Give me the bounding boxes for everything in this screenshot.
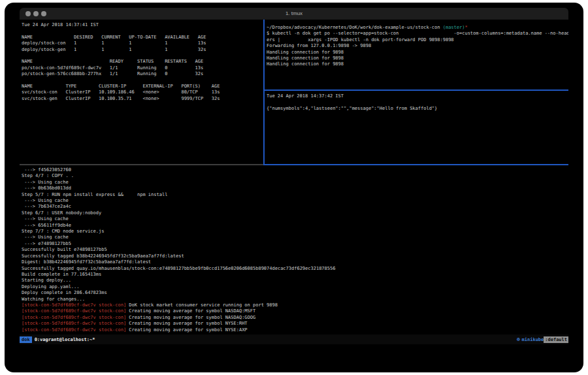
pane-curl-output[interactable]: Tue 24 Apr 2018 14:37:42 IST{"numsymbols… [267, 93, 568, 163]
kube-namespace-badge: :default [544, 336, 568, 343]
terminal-line: NAME READY STATUS RESTARTS AGE [22, 59, 262, 65]
terminal-line: Handling connection for 9898 [267, 56, 568, 61]
terminal-line: $ kubectl -n dok get po --selector=app=s… [267, 31, 568, 37]
pod-log-message: Creating moving average for symbol NYSE:… [129, 327, 247, 333]
status-right: ☸ minikube :default [516, 336, 568, 343]
kube-context-label: minikube [522, 337, 544, 342]
terminal-line [22, 78, 262, 84]
pod-log-message: Creating moving average for symbol NYSE:… [129, 321, 247, 326]
pane-border-horizontal-active[interactable] [263, 164, 568, 165]
terminal-line: Tue 24 Apr 2018 14:37:42 IST [267, 93, 568, 99]
terminal-line [22, 28, 262, 34]
pod-log-message: DoK stock market consumer service runnin… [129, 302, 278, 308]
terminal-line: ers | xargs -IPOD kubectl -n dok port-fo… [267, 37, 568, 43]
terminal-line: Starting deploy... [22, 278, 566, 284]
terminal-line: Build complete in 77.165413ms [22, 272, 566, 278]
terminal-line [22, 53, 262, 59]
pod-log-prefix: [stock-con-5d7df689cf-dwc7v stock-con] [22, 315, 126, 320]
terminal-line: Step 6/7 : USER nobody:nobody [22, 210, 566, 216]
git-branch: (master) [443, 25, 465, 30]
pane-border-horizontal-right[interactable] [263, 90, 568, 91]
session-name-chip[interactable]: dok [20, 336, 32, 343]
pod-log-prefix: [stock-con-5d7df689cf-dwc7v stock-con] [22, 321, 126, 326]
pane-border-horizontal-left[interactable] [20, 164, 263, 165]
terminal-line: Successfully tagged quay.io/mhausenblas/… [22, 266, 566, 272]
terminal-line: Successfully tagged b38b42246945fd7f32c5… [22, 253, 566, 259]
terminal-line: deploy/stock-con 1 1 1 1 13s [22, 41, 262, 46]
pod-log-line: [stock-con-5d7df689cf-dwc7v stock-con]Do… [22, 302, 566, 308]
terminal-line: po/stock-con-5d7df689cf-dwc7v 1/1 Runnin… [22, 65, 262, 71]
terminal-line: ---> 7b6347ce2a4c [22, 204, 566, 210]
terminal-line: deploy/stock-gen 1 1 1 1 32s [22, 47, 262, 53]
terminal-line: ---> Using cache [22, 216, 566, 222]
active-window-label[interactable]: 0:vagrant@localhost:~* [35, 337, 95, 342]
terminal-line: Deploying app.yaml... [22, 284, 566, 290]
window-titlebar[interactable]: 1. tmux [20, 8, 568, 20]
terminal-line: NAME DESIRED CURRENT UP-TO-DATE AVAILABL… [22, 35, 262, 41]
pod-log-prefix: [stock-con-5d7df689cf-dwc7v stock-con] [22, 302, 126, 308]
terminal-line: svc/stock-con ClusterIP 10.109.186.46 <n… [22, 90, 262, 95]
pane-kubectl-watch[interactable]: Tue 24 Apr 2018 14:37:41 ISTNAME DESIRED… [22, 22, 262, 163]
terminal-line: {"numsymbols":4,"lastseen":"","message":… [267, 106, 568, 112]
terminal-line: Successfully built e74898127bb5 [22, 247, 566, 253]
terminal-line: NAME TYPE CLUSTER-IP EXTERNAL-IP PORT(S)… [22, 84, 262, 90]
screen-frame: 1. tmux Tue 24 Apr 2018 14:37:41 ISTNAME… [5, 3, 583, 372]
terminal-line: svc/stock-gen ClusterIP 10.100.35.71 <no… [22, 96, 262, 102]
terminal-line: ---> f45623052760 [22, 167, 566, 173]
shell-prompt-line: ~/Dropbox/advocacy/Kubernetes/DoK/work/d… [267, 25, 568, 31]
terminal-line: Forwarding from 127.0.0.1:9898 -> 9898 [267, 43, 568, 49]
git-dirty-flag: * [465, 25, 467, 30]
terminal-line: Step 4/7 : COPY . . [22, 173, 566, 179]
terminal-line [267, 99, 568, 105]
pod-log-line: [stock-con-5d7df689cf-dwc7v stock-con]Cr… [22, 315, 566, 321]
pane-port-forward[interactable]: ~/Dropbox/advocacy/Kubernetes/DoK/work/d… [267, 25, 568, 90]
terminal-line: po/stock-gen-576cc688bb-277hx 1/1 Runnin… [22, 71, 262, 77]
terminal-line: Deploy complete in 286.647823ms [22, 290, 566, 296]
terminal-line: ---> Using cache [22, 198, 566, 204]
terminal-line: ---> Using cache [22, 180, 566, 186]
terminal-line: Handling connection for 9898 [267, 61, 568, 67]
terminal-line: ---> e74898127bb5 [22, 241, 566, 247]
kubernetes-helm-icon: ☸ [516, 337, 520, 342]
pod-log-line: [stock-con-5d7df689cf-dwc7v stock-con]Cr… [22, 327, 566, 333]
terminal-line: Watching for changes... [22, 297, 566, 302]
terminal-line: Step 5/7 : RUN npm install express && np… [22, 192, 566, 198]
pod-log-prefix: [stock-con-5d7df689cf-dwc7v stock-con] [22, 327, 126, 333]
terminal-window: 1. tmux Tue 24 Apr 2018 14:37:41 ISTNAME… [20, 8, 568, 344]
pod-log-prefix: [stock-con-5d7df689cf-dwc7v stock-con] [22, 308, 126, 314]
pane-skaffold-build-log[interactable]: ---> f45623052760Step 4/7 : COPY . . ---… [22, 167, 566, 334]
window-title: 1. tmux [20, 8, 568, 20]
pod-log-message: Creating moving average for symbol NASDA… [129, 315, 255, 320]
pod-log-message: Creating moving average for symbol NASDA… [129, 308, 255, 314]
terminal-line: Digest: b38b42246945fd7f32c5ba9aea7af7fd… [22, 259, 566, 265]
terminal-line: ---> 65611ff9db4e [22, 223, 566, 229]
terminal-line: Step 7/7 : CMD node service.js [22, 229, 566, 235]
pod-log-line: [stock-con-5d7df689cf-dwc7v stock-con]Cr… [22, 308, 566, 314]
prompt-path: ~/Dropbox/advocacy/Kubernetes/DoK/work/d… [267, 25, 443, 30]
tmux-terminal: Tue 24 Apr 2018 14:37:41 ISTNAME DESIRED… [20, 20, 568, 334]
terminal-line: ---> 0b636bd013dd [22, 186, 566, 191]
terminal-line: ---> Using cache [22, 235, 566, 240]
pod-log-line: [stock-con-5d7df689cf-dwc7v stock-con]Cr… [22, 321, 566, 327]
terminal-line: Handling connection for 9898 [267, 50, 568, 56]
tmux-status-bar: dok 0:vagrant@localhost:~* ☸ minikube :d… [20, 334, 568, 344]
pane-border-vertical[interactable] [263, 20, 265, 164]
terminal-line: Tue 24 Apr 2018 14:37:41 IST [22, 22, 262, 28]
